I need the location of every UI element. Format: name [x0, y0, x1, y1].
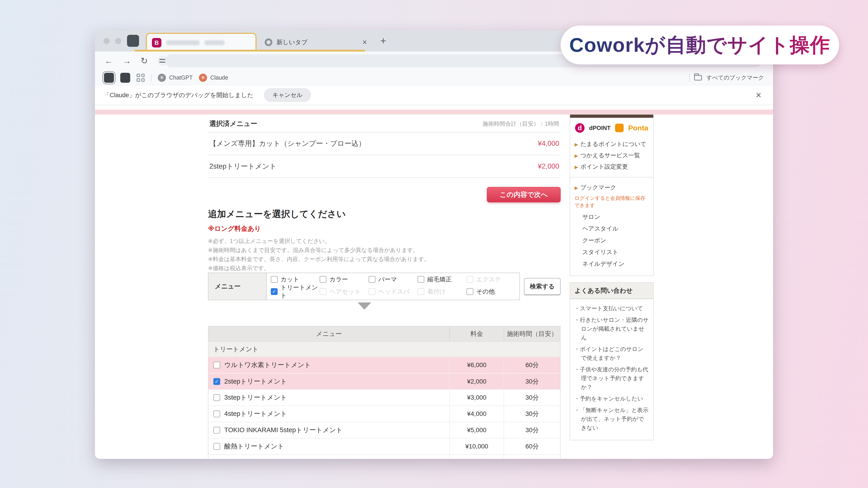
checkbox[interactable] [271, 276, 278, 283]
banner-close-icon[interactable]: × [756, 90, 761, 100]
filter-option[interactable]: カラー [320, 275, 368, 283]
all-bookmarks-button[interactable]: すべてのブックマーク [706, 74, 764, 81]
checkbox[interactable] [417, 276, 424, 283]
selected-menu-item: 【メンズ専用】カット（シャンプー・ブロー込） ¥4,000 [208, 132, 561, 155]
point-link[interactable]: ▶つかえるサービス一覧 [575, 150, 649, 161]
profile-extension-icon[interactable] [127, 35, 139, 47]
row-checkbox[interactable] [213, 362, 220, 368]
cancel-debug-button[interactable]: キャンセル [264, 88, 311, 102]
bookmark-app-icon[interactable] [120, 73, 130, 83]
checkbox[interactable] [369, 288, 375, 295]
row-checkbox[interactable] [213, 427, 220, 433]
row-menu-name: ウルトワ水素トリートメント [224, 361, 311, 370]
row-menu-name: 4stepトリートメント [224, 409, 287, 418]
faq-link[interactable]: ・予約をキャンセルしたい [574, 394, 649, 403]
table-row[interactable]: ウォータートリートメント ¥3,000 10分 [209, 454, 560, 458]
tab-hotpepper[interactable]: B [146, 33, 256, 52]
bookmark-link[interactable]: サロン [582, 211, 649, 223]
filter-option[interactable]: 縮毛矯正 [417, 275, 466, 283]
table-row[interactable]: TOKIO INKARAMI 5stepトリートメント ¥5,000 30分 [209, 422, 560, 438]
bookmark-link[interactable]: クーポン [582, 234, 649, 246]
filter-option[interactable]: その他 [467, 283, 515, 300]
row-checkbox[interactable] [213, 410, 220, 417]
filter-option[interactable]: ヘッドスパ [369, 283, 417, 300]
table-row[interactable]: ウルトワ水素トリートメント ¥6,000 60分 [209, 357, 560, 373]
note-line: ※必ず、1つ以上メニューを選択してください。 [208, 237, 561, 245]
back-icon[interactable]: ← [104, 56, 113, 66]
filter-option-label: カラー [329, 275, 348, 283]
bookmark-link[interactable]: スタイリスト [582, 246, 649, 258]
row-time: 30分 [504, 374, 560, 389]
row-price: ¥4,000 [450, 406, 504, 422]
filter-option-label: カット [281, 275, 299, 283]
reload-icon[interactable]: ↻ [141, 56, 148, 66]
bookmark-chatgpt[interactable]: ✳ ChatGPT [158, 74, 193, 82]
faq-link[interactable]: ・子供や友達の分の予約も代理でネット予約できますか？ [574, 365, 649, 392]
row-time: 30分 [504, 422, 560, 438]
filter-option-label: 縮毛矯正 [427, 275, 452, 283]
tab-close-icon[interactable]: × [362, 37, 367, 47]
row-price: ¥3,000 [450, 455, 504, 458]
apps-grid-icon[interactable] [136, 74, 145, 82]
note-line: ※施術時間はあくまで目安です。混み具合等によって多少異なる場合があります。 [208, 245, 561, 254]
tab-title: 新しいタブ [276, 38, 358, 46]
tab-new-tab[interactable]: 新しいタブ × [259, 33, 373, 52]
checkbox[interactable] [271, 288, 278, 295]
bookmark-link[interactable]: ネイルデザイン [582, 258, 649, 270]
filter-option[interactable]: 着付け [417, 283, 466, 300]
table-category-row: トリートメント [209, 341, 560, 357]
filter-option[interactable]: カット [271, 275, 320, 283]
divider [151, 74, 151, 82]
filter-option-label: その他 [476, 287, 495, 296]
chatgpt-icon: ✳ [158, 74, 166, 82]
proceed-button[interactable]: この内容で次へ [487, 187, 561, 202]
close-window-icon[interactable] [103, 38, 110, 44]
checkbox[interactable] [320, 276, 327, 283]
bookmark-link[interactable]: ヘアスタイル [582, 223, 649, 234]
browser-window: B 新しいタブ × + ← → ↻ [95, 31, 773, 459]
login-note: ログインすると会員情報に保存できます [575, 194, 649, 209]
point-link[interactable]: ▶たまるポイントについて [575, 139, 649, 150]
faq-link[interactable]: ・行きたいサロン・近隣のサロンが掲載されていません [574, 315, 649, 342]
header-time: 施術時間（目安） [504, 326, 560, 341]
minimize-window-icon[interactable] [115, 38, 121, 44]
divider [689, 74, 690, 82]
menu-item-name: 【メンズ専用】カット（シャンプー・ブロー込） [209, 139, 366, 148]
checkbox[interactable] [467, 288, 473, 295]
table-row[interactable]: 3stepトリートメント ¥3,000 30分 [209, 389, 560, 405]
dpoint-logo-icon: d [575, 123, 585, 133]
forward-icon[interactable]: → [123, 56, 131, 66]
row-menu-name: 3stepトリートメント [224, 393, 287, 402]
main-column: 選択済メニュー 施術時間合計（目安）：1時間 【メンズ専用】カット（シャンプー・… [208, 114, 561, 458]
filter-option[interactable]: パーマ [369, 275, 417, 283]
checkbox[interactable] [369, 276, 375, 283]
faq-link[interactable]: ・「無断キャンセル」と表示が出て、ネット予約ができない [574, 406, 649, 432]
point-link[interactable]: ▶ポイント設定変更 [575, 161, 649, 173]
checkbox[interactable] [320, 288, 327, 295]
pointer-triangle-icon [358, 302, 371, 310]
faq-link[interactable]: ・スマート支払いについて [574, 304, 649, 313]
claude-icon: ✳ [199, 74, 207, 82]
faq-link[interactable]: ・ポイントはどこのサロンで使えますか？ [574, 345, 649, 362]
row-checkbox[interactable] [213, 378, 220, 385]
filter-option[interactable]: エクステ [467, 275, 515, 283]
row-checkbox[interactable] [213, 394, 220, 401]
search-button[interactable]: 検索する [524, 278, 561, 295]
checkbox[interactable] [467, 276, 473, 283]
blurred-tab-title [204, 40, 225, 45]
bookmark-section-title[interactable]: ▶ブックマーク [575, 182, 649, 193]
new-tab-button[interactable]: + [380, 35, 386, 47]
filter-option[interactable]: ヘアセット [320, 283, 368, 300]
filter-option[interactable]: トリートメント [271, 283, 320, 300]
right-sidebar: d dPOINT Ponta ▶たまるポイントについて▶つかえるサービス一覧▶ポ… [569, 114, 654, 440]
faq-title: よくある問い合わせ [570, 283, 653, 299]
arrow-icon: ▶ [575, 185, 578, 190]
checkbox[interactable] [417, 288, 424, 295]
row-checkbox[interactable] [213, 443, 220, 450]
table-row[interactable]: 酸熱トリートメント ¥10,000 60分 [209, 438, 560, 454]
row-time: 30分 [504, 390, 560, 405]
table-row[interactable]: 4stepトリートメント ¥4,000 30分 [209, 405, 560, 422]
bookmark-app-icon-active[interactable] [104, 73, 114, 83]
table-row[interactable]: 2stepトリートメント ¥2,000 30分 [209, 373, 560, 389]
bookmark-claude[interactable]: ✳ Claude [199, 74, 228, 82]
